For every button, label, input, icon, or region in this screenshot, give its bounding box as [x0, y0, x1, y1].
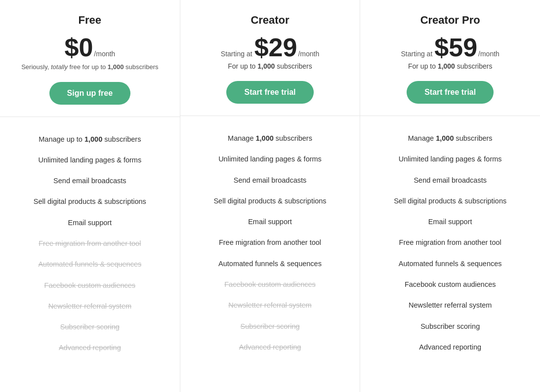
feature-item: Facebook custom audiences: [368, 274, 532, 295]
plan-free: Free$0/monthSeriously, totally free for …: [0, 0, 180, 392]
feature-item: Send email broadcasts: [8, 170, 172, 191]
price-period: /month: [478, 50, 499, 58]
feature-item: Manage up to 1,000 subscribers: [8, 129, 172, 150]
feature-item: Facebook custom audiences: [8, 275, 172, 296]
plan-name: Creator Pro: [370, 14, 530, 27]
feature-item: Unlimited landing pages & forms: [8, 150, 172, 170]
feature-item: Sell digital products & subscriptions: [368, 191, 532, 211]
cta-button-free[interactable]: Sign up free: [49, 82, 130, 105]
price-amount: $29: [254, 35, 297, 60]
price-row: Starting at$29/month: [190, 35, 350, 60]
feature-item: Email support: [8, 212, 172, 233]
subscribers-note: For up to 1,000 subscribers: [370, 62, 530, 70]
feature-item: Free migration from another tool: [368, 232, 532, 253]
price-row: Starting at$59/month: [370, 35, 530, 60]
feature-item: Facebook custom audiences: [188, 274, 352, 295]
plan-header-free: Free$0/monthSeriously, totally free for …: [0, 0, 180, 117]
feature-item: Automated funnels & sequences: [8, 254, 172, 274]
feature-item: Email support: [368, 211, 532, 232]
plan-name: Creator: [190, 14, 350, 27]
feature-item: Newsletter referral system: [188, 295, 352, 315]
price-row: $0/month: [10, 35, 170, 60]
feature-item: Email support: [188, 211, 352, 232]
feature-item: Free migration from another tool: [188, 232, 352, 253]
feature-item: Newsletter referral system: [8, 296, 172, 316]
feature-item: Send email broadcasts: [188, 170, 352, 191]
plan-creator-pro: Creator ProStarting at$59/monthFor up to…: [360, 0, 540, 392]
feature-item: Manage 1,000 subscribers: [368, 128, 532, 149]
cta-button-creator-pro[interactable]: Start free trial: [407, 81, 494, 104]
price-amount: $59: [434, 35, 477, 60]
feature-item: Manage 1,000 subscribers: [188, 128, 352, 149]
feature-item: Unlimited landing pages & forms: [368, 149, 532, 169]
starting-at-label: Starting at: [401, 50, 432, 58]
pricing-table: Free$0/monthSeriously, totally free for …: [0, 0, 540, 392]
features-list-creator-pro: Manage 1,000 subscribersUnlimited landin…: [360, 116, 540, 392]
feature-item: Send email broadcasts: [368, 170, 532, 191]
feature-item: Subscriber scoring: [188, 316, 352, 337]
plan-header-creator: CreatorStarting at$29/monthFor up to 1,0…: [180, 0, 360, 116]
feature-item: Sell digital products & subscriptions: [8, 191, 172, 212]
feature-item: Subscriber scoring: [368, 316, 532, 337]
plan-name: Free: [10, 14, 170, 27]
price-amount: $0: [65, 35, 93, 60]
price-period: /month: [94, 50, 115, 58]
features-list-creator: Manage 1,000 subscribersUnlimited landin…: [180, 116, 360, 392]
subscribers-note: For up to 1,000 subscribers: [190, 62, 350, 70]
starting-at-label: Starting at: [221, 50, 252, 58]
feature-item: Automated funnels & sequences: [188, 253, 352, 274]
feature-item: Advanced reporting: [8, 337, 172, 358]
feature-item: Advanced reporting: [368, 337, 532, 357]
feature-item: Unlimited landing pages & forms: [188, 149, 352, 169]
feature-item: Free migration from another tool: [8, 233, 172, 254]
feature-item: Advanced reporting: [188, 337, 352, 357]
feature-item: Subscriber scoring: [8, 316, 172, 337]
price-note: Seriously, totally free for up to 1,000 …: [10, 62, 170, 72]
feature-item: Newsletter referral system: [368, 295, 532, 315]
cta-button-creator[interactable]: Start free trial: [226, 81, 313, 104]
features-list-free: Manage up to 1,000 subscribersUnlimited …: [0, 117, 180, 392]
plan-header-creator-pro: Creator ProStarting at$59/monthFor up to…: [360, 0, 540, 116]
plan-creator: CreatorStarting at$29/monthFor up to 1,0…: [180, 0, 361, 392]
feature-item: Automated funnels & sequences: [368, 253, 532, 274]
price-period: /month: [298, 50, 319, 58]
feature-item: Sell digital products & subscriptions: [188, 191, 352, 211]
